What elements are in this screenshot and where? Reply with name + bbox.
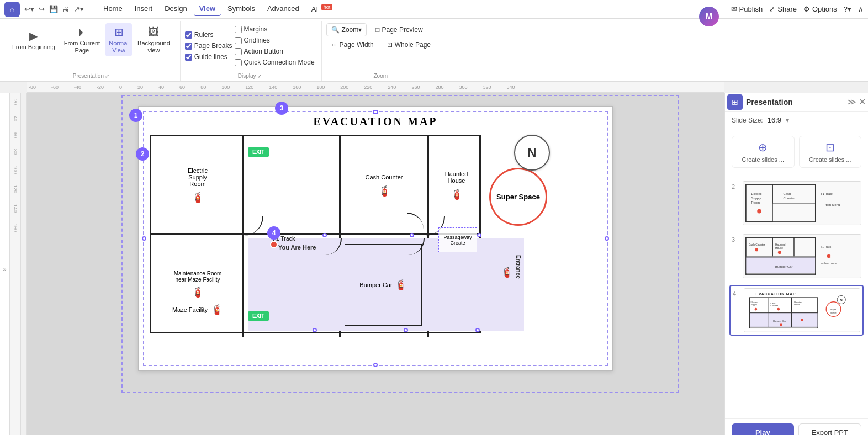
whole-page-button[interactable]: ⊡ Whole Page [383,39,435,51]
slide-thumb-svg-2: Electric Supply Room Cash Counter F1 Tra… [743,182,861,225]
quick-connection-checkbox[interactable]: Quick Connection Mode [235,59,315,66]
zoom-buttons-row2: ↔ Page Width ⊡ Whole Page [326,39,435,51]
page-breaks-input[interactable] [185,43,192,50]
publish-button[interactable]: ✉ Publish [731,5,763,13]
fire-extinguisher-7: 🧯 [501,266,513,278]
options-button[interactable]: ⚙ Options [803,5,837,13]
background-view-button[interactable]: 🖼 Backgroundview [134,24,173,56]
page-breaks-checkbox[interactable]: Page Breaks [185,42,232,50]
quick-connection-input[interactable] [235,59,242,66]
panel-expand-button[interactable]: ≫ [847,97,856,107]
exit-sign-bottom: EXIT [248,311,269,321]
compass: N [514,135,550,171]
rulers-checkbox[interactable]: Rulers [185,31,232,39]
panel-close-button[interactable]: ✕ [859,97,866,107]
action-button-input[interactable] [235,48,242,55]
slide-item-4[interactable]: 4 EVACUATION MAP Electric Supply [729,285,864,336]
share-button[interactable]: ⤢ Share [769,5,797,13]
nav-insert[interactable]: Insert [129,2,158,16]
sidebar-collapse-button[interactable]: » [0,93,10,435]
svg-point-47 [801,319,803,321]
save-button[interactable]: 💾 [49,5,58,13]
canvas-area[interactable]: M 1 2 3 4 [27,93,724,435]
from-beginning-label: From Beginning [12,44,55,51]
slide-thumbnail-2: Electric Supply Room Cash Counter F1 Tra… [743,181,861,225]
create-slides-button-1[interactable]: ⊕ Create slides ... [732,136,795,168]
door-arc-1 [407,213,424,229]
selection-handle-bottom-mid [313,328,317,332]
export-ppt-button[interactable]: Export PPT [798,423,862,435]
svg-text:Counter: Counter [771,305,779,307]
svg-point-19 [755,248,758,251]
fire-extinguisher-1: 🧯 [192,192,204,204]
from-current-page-button[interactable]: ⏵ From CurrentPage [61,24,103,56]
display-checkboxes-row1: Rulers Page Breaks Guide lines Margins G… [185,23,315,68]
map-title: EVACUATION MAP [139,107,612,130]
fire-extinguisher-5: 🧯 [211,304,223,316]
create-slides-button-2[interactable]: ⊡ Create slides ... [799,136,862,168]
whole-page-label: Whole Page [395,41,431,49]
page-width-button[interactable]: ↔ Page Width [326,39,378,51]
slide-thumb-svg-3: Cash Counter Haunted House Bumper Car F1… [743,235,861,278]
action-button-checkbox[interactable]: Action Button [235,47,315,55]
nav-ai[interactable]: AI hot [306,2,338,16]
display-group-label: Display ⤢ [185,71,315,79]
presentation-expand-icon[interactable]: ⤢ [105,73,109,79]
guide-lines-checkbox[interactable]: Guide lines [185,53,232,61]
vertical-ruler: 20 40 60 80 100 120 140 160 [10,93,21,435]
ruler-tick: 140 [269,84,277,90]
background-view-label: Backgroundview [137,40,170,54]
page-preview-button[interactable]: □ Page Preview [371,24,427,36]
rulers-input[interactable] [185,31,192,39]
slide-thumbnail-4: EVACUATION MAP Electric Supply Cash Coun… [744,288,860,332]
zoom-button[interactable]: 🔍 Zoom▾ [326,23,367,36]
ruler-tick: 220 [364,84,372,90]
print-button[interactable]: 🖨 [62,5,70,13]
from-beginning-button[interactable]: ▶ From Beginning [9,27,59,53]
background-icon: 🖼 [148,26,159,39]
create-slides-row: ⊕ Create slides ... ⊡ Create slides ... [725,129,868,174]
fire-extinguisher-6: 🧯 [395,279,407,291]
slide-size-dropdown[interactable]: ▾ [786,116,789,124]
play-button[interactable]: Play [732,423,794,435]
undo-button[interactable]: ↩▾ [24,5,34,13]
nav-home[interactable]: Home [98,2,128,16]
svg-text:Cash: Cash [784,192,791,195]
room-label: HauntedHouse [445,171,468,184]
guide-lines-input[interactable] [185,54,192,61]
presentation-buttons: ▶ From Beginning ⏵ From CurrentPage ⊞ No… [9,23,173,56]
display-expand-icon[interactable]: ⤢ [257,73,262,79]
create-slides-label-2: Create slides ... [809,156,851,163]
home-button[interactable]: ⌂ [4,2,20,17]
ruler-tick: 20 [137,84,143,90]
collapse-button[interactable]: ∧ [858,5,864,13]
margins-checkbox[interactable]: Margins [235,25,315,33]
svg-text:Supply: Supply [750,304,757,306]
page-preview-icon: □ [375,26,379,34]
help-button[interactable]: ?▾ [844,5,851,13]
rulers-label: Rulers [194,31,214,39]
presentation-label-text: Presentation [73,73,104,79]
svg-text:Counter: Counter [784,197,795,200]
slide-item-3[interactable]: 3 Cash Counter Haunted House [729,232,864,280]
redo-button[interactable]: ↪ [39,5,45,13]
nav-design[interactable]: Design [159,2,192,16]
normal-view-button[interactable]: ⊞ NormalView [105,23,132,56]
nav-view[interactable]: View [194,2,221,16]
nav-symbols[interactable]: Symbols [222,2,261,16]
svg-text:Space: Space [830,312,837,314]
slide-item-2[interactable]: 2 Electric Supply Room Cash Cou [729,179,864,227]
gridlines-checkbox[interactable]: Gridlines [235,36,315,44]
ruler-tick: 200 [340,84,348,90]
margins-input[interactable] [235,26,242,33]
gridlines-input[interactable] [235,37,242,44]
create-slides-label-1: Create slides ... [742,156,784,163]
nav-advanced[interactable]: Advanced [262,2,305,16]
export-button[interactable]: ↗▾ [74,5,84,13]
ruler-tick: -40 [74,84,81,90]
svg-point-46 [780,323,782,326]
zoom-label: Zoom▾ [342,26,362,34]
display-checkboxes-left: Rulers Page Breaks Guide lines [185,29,232,63]
svg-text:— Item menu: — Item menu [821,262,837,265]
page-width-icon: ↔ [331,41,337,49]
